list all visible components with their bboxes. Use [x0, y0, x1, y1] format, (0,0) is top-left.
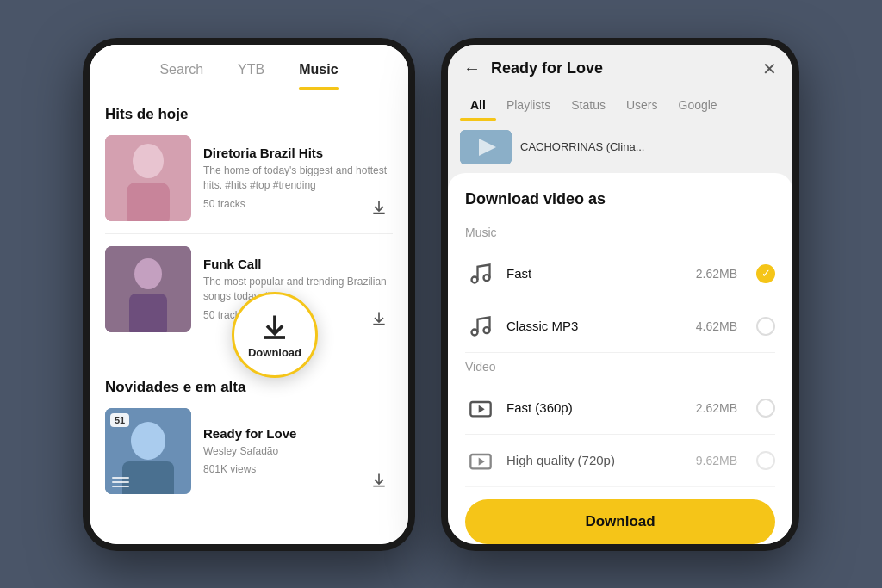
music-name-2: Funk Call — [203, 257, 393, 271]
main-content: Hits de hoje Diretoria Brazil Hits The h — [90, 90, 408, 506]
sub-tab-all[interactable]: All — [460, 90, 496, 121]
download-circle-label: Download — [248, 346, 301, 359]
thumb-lines — [112, 477, 129, 487]
result-thumb — [460, 130, 512, 164]
radio-fast-music[interactable]: ✓ — [756, 264, 775, 283]
svg-point-13 — [472, 329, 478, 335]
music-icon-fast — [465, 258, 496, 289]
format-name-classic: Classic MP3 — [506, 319, 686, 333]
svg-rect-2 — [127, 183, 170, 221]
music-name-ready: Ready for Love — [203, 426, 393, 441]
section2-title: Novidades e em alta — [105, 379, 393, 396]
download-btn-wrap: Download — [465, 487, 775, 544]
header-title: Ready for Love — [491, 59, 752, 77]
format-size-360p: 2.62MB — [696, 401, 737, 415]
sub-tabs-bar: All Playlists Status Users Google — [448, 90, 792, 121]
format-classic-mp3[interactable]: Classic MP3 4.62MB — [465, 300, 775, 353]
format-fast-360p[interactable]: Fast (360p) 2.62MB — [465, 382, 775, 435]
track-badge: 51 — [110, 413, 129, 427]
download-btn-1[interactable] — [365, 194, 393, 221]
radio-720p[interactable] — [756, 451, 775, 470]
music-info-1: Diretoria Brazil Hits The home of today'… — [203, 145, 393, 210]
download-modal: Download video as Music Fast 2.62MB — [448, 173, 792, 544]
list-item-ready: 51 Ready for Love Wesley Safadão 801K vi… — [105, 408, 393, 494]
format-size-720p: 9.62MB — [696, 454, 737, 467]
list-item: Diretoria Brazil Hits The home of today'… — [105, 135, 393, 221]
thumb-funk — [105, 246, 191, 332]
left-phone: Search YTB Music Hits de hoje — [83, 38, 415, 551]
svg-point-12 — [484, 275, 490, 281]
format-name-360p: Fast (360p) — [506, 400, 686, 415]
right-phone: ← Ready for Love ✕ All Playlists Status … — [441, 38, 799, 551]
sub-tab-playlists[interactable]: Playlists — [496, 90, 561, 121]
tabs-bar: Search YTB Music — [90, 45, 408, 90]
video-icon-360p — [465, 393, 496, 424]
music-desc-1: The home of today's biggest and hottest … — [203, 164, 393, 193]
download-button[interactable]: Download — [465, 499, 775, 544]
download-btn-ready[interactable] — [365, 467, 393, 494]
music-views-ready: 801K views — [203, 463, 393, 475]
sub-tab-status[interactable]: Status — [561, 90, 616, 121]
back-button[interactable]: ← — [463, 59, 481, 78]
download-btn-2[interactable] — [365, 305, 393, 332]
close-button[interactable]: ✕ — [762, 59, 777, 79]
svg-point-4 — [134, 258, 162, 289]
format-size-fast-music: 2.62MB — [696, 267, 737, 281]
music-icon-classic — [465, 311, 496, 342]
tab-search[interactable]: Search — [159, 62, 203, 90]
result-preview: CACHORRINAS (Clina... — [448, 121, 792, 173]
svg-point-11 — [472, 276, 478, 282]
music-artist-ready: Wesley Safadão — [203, 444, 393, 459]
video-section-label: Video — [465, 360, 775, 374]
svg-point-1 — [133, 144, 164, 178]
video-icon-720p — [465, 445, 496, 476]
radio-classic[interactable] — [756, 317, 775, 336]
download-circle-overlay[interactable]: Download — [232, 292, 318, 378]
svg-point-14 — [484, 327, 490, 333]
format-name-fast-music: Fast — [506, 266, 686, 281]
divider-1 — [105, 233, 393, 234]
music-section-label: Music — [465, 226, 775, 239]
left-phone-screen: Search YTB Music Hits de hoje — [90, 45, 408, 544]
svg-marker-16 — [479, 405, 485, 412]
music-info-ready: Ready for Love Wesley Safadão 801K views — [203, 426, 393, 476]
section1-title: Hits de hoje — [105, 106, 393, 123]
svg-rect-8 — [122, 461, 174, 494]
sub-tab-users[interactable]: Users — [616, 90, 668, 121]
svg-marker-18 — [479, 457, 485, 465]
format-name-720p: High quality (720p) — [506, 453, 686, 467]
svg-point-7 — [131, 422, 165, 460]
music-tracks-1: 50 tracks — [203, 198, 393, 210]
sub-tab-google[interactable]: Google — [668, 90, 728, 121]
tab-music[interactable]: Music — [299, 62, 338, 90]
tab-ytb[interactable]: YTB — [238, 62, 264, 90]
format-hq-720p[interactable]: High quality (720p) 9.62MB — [465, 435, 775, 487]
radio-360p[interactable] — [756, 399, 775, 418]
result-text: CACHORRINAS (Clina... — [520, 140, 644, 153]
right-phone-screen: ← Ready for Love ✕ All Playlists Status … — [448, 45, 792, 544]
thumb-diretoria — [105, 135, 191, 221]
header-bar: ← Ready for Love ✕ — [448, 45, 792, 90]
svg-rect-5 — [129, 294, 167, 332]
format-fast-music[interactable]: Fast 2.62MB ✓ — [465, 248, 775, 300]
format-size-classic: 4.62MB — [696, 319, 737, 333]
modal-title: Download video as — [465, 190, 775, 208]
thumb-ready: 51 — [105, 408, 191, 494]
music-name-1: Diretoria Brazil Hits — [203, 145, 393, 160]
